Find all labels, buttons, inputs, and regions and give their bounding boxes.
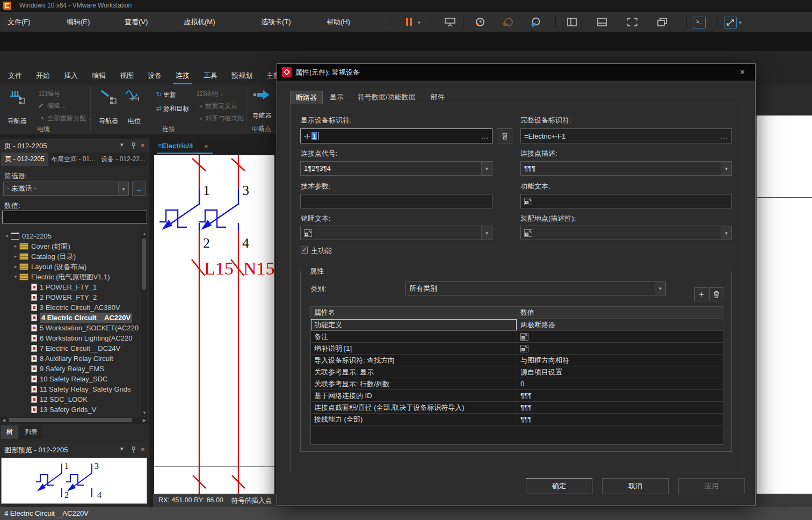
chevron-down-icon[interactable]: ▾: [721, 162, 731, 175]
tab-layout-space[interactable]: 布局空间 - 01...: [49, 153, 97, 166]
stretch-dropdown[interactable]: ▾: [739, 20, 742, 25]
delete-property-button[interactable]: [709, 287, 723, 301]
cp-desc-combo[interactable]: ¶¶¶▾: [520, 161, 732, 176]
tree-page-11[interactable]: 11 Safety Relay_Safety Grids: [1, 384, 139, 394]
snapshot-manager-icon[interactable]: [531, 17, 541, 27]
menu-help[interactable]: 帮助(H): [327, 17, 350, 27]
table-row[interactable]: 连接点截面积/直径 (全部,取决于设备标识符导入)¶¶¶: [311, 402, 723, 414]
add-property-button[interactable]: ＋: [694, 287, 708, 301]
tree-item-root[interactable]: ▾012-2205: [1, 231, 139, 241]
ribbon-tab-start[interactable]: 开始: [29, 67, 57, 85]
ctrl-alt-del-icon[interactable]: [445, 18, 455, 27]
panel-menu-icon[interactable]: ▾: [120, 141, 124, 148]
unity-mode-icon[interactable]: [657, 18, 667, 26]
pause-vm-button[interactable]: [406, 18, 408, 26]
stretch-guest-button[interactable]: [724, 17, 737, 28]
value-input[interactable]: [2, 211, 147, 223]
dialog-titlebar[interactable]: 属性(元件): 常规设备 ×: [277, 64, 755, 81]
table-row[interactable]: 功能定义两极断路器: [311, 319, 723, 331]
chevron-down-icon[interactable]: ▾: [481, 226, 492, 240]
table-row[interactable]: 关联参考显示: 行数/列数0: [311, 378, 723, 390]
cp-combo[interactable]: 1¶2¶3¶4▾: [300, 161, 492, 176]
view-tab-list[interactable]: 列表: [19, 425, 43, 439]
menu-file[interactable]: 文件(F): [8, 17, 31, 27]
fullscreen-icon[interactable]: [627, 18, 637, 26]
source-target-item[interactable]: ⇄源和目标: [155, 104, 189, 113]
panel-splitter[interactable]: [149, 139, 153, 520]
tab-devices[interactable]: 设备 - 012-22...: [98, 153, 148, 166]
tree-page-4-selected[interactable]: 4 Electric Circuit__AC220V: [1, 313, 139, 323]
tree-page-12[interactable]: 12 SDC_LOOK: [1, 394, 139, 405]
ok-button[interactable]: 确定: [526, 478, 592, 494]
full-dt-input[interactable]: =Electric+-F1 ...: [520, 128, 732, 143]
mount-combo[interactable]: A ▾: [520, 226, 732, 240]
table-row[interactable]: 备注 A: [311, 331, 723, 343]
ribbon-tab-device[interactable]: 设备: [141, 67, 169, 85]
dialog-tab-symboldata[interactable]: 符号数据/功能数据: [352, 91, 421, 104]
tree-page-8[interactable]: 8 Auxiliary Relay Circuit: [1, 353, 139, 364]
tree-item-electric[interactable]: ▾Electric (电气原理图V1.1): [1, 272, 139, 282]
connection-navigator-button[interactable]: 导航器: [95, 87, 122, 127]
filter-combo[interactable]: - 未激活 - ▾: [3, 182, 129, 196]
dialog-tab-breaker[interactable]: 断路器: [290, 91, 323, 104]
show-library-icon[interactable]: [567, 18, 577, 26]
tree-page-10[interactable]: 10 Safety Relay_SDC: [1, 374, 139, 384]
dialog-tab-parts[interactable]: 部件: [425, 91, 450, 104]
breakpoint-navigator-button[interactable]: 导航器 ⌄: [249, 87, 275, 127]
revert-snapshot-icon[interactable]: [503, 17, 513, 27]
delete-dt-button[interactable]: [497, 128, 512, 143]
chevron-down-icon[interactable]: ▾: [481, 162, 492, 175]
show-thumbnail-bar-icon[interactable]: [597, 18, 607, 26]
chevron-down-icon[interactable]: ▾: [118, 182, 128, 195]
tree-item-layout[interactable]: ▸Layout (设备布局): [1, 262, 139, 272]
filter-more-button[interactable]: ...: [132, 182, 146, 196]
tab-pages[interactable]: 页 - 012-2205: [1, 153, 48, 166]
dialog-tab-display[interactable]: 显示: [324, 91, 349, 104]
func-text-input[interactable]: A: [520, 194, 732, 208]
update-item[interactable]: ↻更新: [155, 90, 176, 99]
ribbon-tab-preplan[interactable]: 预规划: [224, 67, 259, 85]
tree-hscrollbar[interactable]: ◀ ▶: [1, 417, 147, 424]
tree-page-13[interactable]: 13 Safety Grids_V: [1, 405, 139, 415]
table-row[interactable]: 基于网络连接的 ID¶¶¶: [311, 390, 723, 402]
ribbon-tab-connection[interactable]: 连接: [169, 67, 197, 85]
close-panel-icon[interactable]: ×: [141, 141, 145, 149]
ribbon-tab-view[interactable]: 视图: [113, 67, 141, 85]
panel-menu-icon[interactable]: ▾: [120, 445, 124, 452]
close-panel-icon[interactable]: ×: [141, 445, 145, 453]
apply-button[interactable]: 应用: [678, 478, 745, 494]
cancel-button[interactable]: 取消: [602, 478, 669, 494]
table-row[interactable]: 关联参考显示: 显示源自项目设置: [311, 366, 723, 378]
potential-button[interactable]: 电位: [122, 87, 146, 127]
pause-dropdown[interactable]: ▾: [418, 20, 421, 25]
visible-dt-input[interactable]: -F1 ...: [300, 128, 492, 143]
take-snapshot-icon[interactable]: [475, 17, 485, 27]
chevron-down-icon[interactable]: ▾: [721, 226, 731, 240]
menu-edit[interactable]: 编辑(E): [67, 17, 90, 27]
tree-page-7[interactable]: 7 Electric Circuit__DC24V: [1, 343, 139, 353]
table-row[interactable]: 接线能力 (全部)¶¶¶: [311, 414, 723, 425]
visible-dt-browse[interactable]: ...: [481, 132, 489, 140]
tree-page-5[interactable]: 5 Workstation_SOCKET(AC220: [1, 323, 139, 333]
menu-view[interactable]: 查看(V): [125, 17, 148, 27]
plate-combo[interactable]: A ▾: [300, 226, 492, 240]
view-tab-tree[interactable]: 树: [1, 425, 18, 439]
ribbon-tab-file[interactable]: 文件: [1, 67, 29, 85]
main-function-checkbox[interactable]: ✓: [301, 247, 308, 254]
table-row[interactable]: 增补说明 [1] A: [311, 343, 723, 355]
tech-input[interactable]: [300, 194, 492, 208]
pin-icon[interactable]: [131, 142, 136, 149]
tree-page-2[interactable]: 2 POWER_FTY_2: [1, 292, 139, 302]
console-view-button[interactable]: >_: [693, 17, 706, 28]
ribbon-tab-edit[interactable]: 编辑: [85, 67, 113, 85]
cable-navigator-button[interactable]: 导航器: [3, 87, 31, 127]
schematic-canvas[interactable]: 1 3 2 4 L15 N15: [154, 155, 274, 494]
menu-tabs[interactable]: 选项卡(T): [261, 17, 291, 27]
tree-vscrollbar[interactable]: ▲ ▼: [141, 231, 147, 416]
tree-page-6[interactable]: 6 Workstation Lighting(AC220: [1, 333, 139, 343]
editor-tab-electric4[interactable]: =Electric/4: [158, 142, 193, 150]
chevron-down-icon[interactable]: ▾: [655, 282, 665, 295]
close-editor-tab[interactable]: ×: [204, 142, 208, 150]
tree-item-catalog[interactable]: ▸Catalog (目录): [1, 251, 139, 262]
tree-item-cover[interactable]: ▸Cover (封面): [1, 241, 139, 251]
